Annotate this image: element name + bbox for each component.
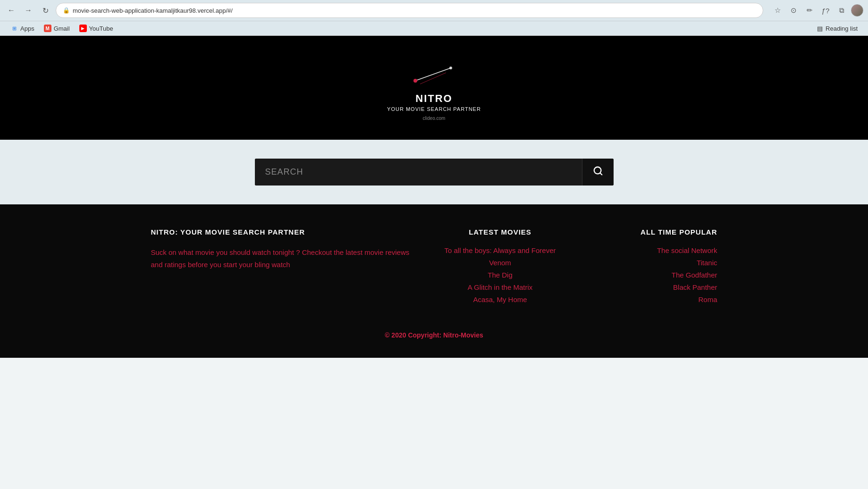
search-button[interactable] [582,159,614,185]
list-item: Roma [585,295,717,304]
popular-movie-link-4[interactable]: Black Panther [673,283,717,291]
footer: NITRO: YOUR MOVIE SEARCH PARTNER Suck on… [0,204,868,358]
list-item: Venom [434,259,566,267]
youtube-icon: ▶ [79,25,87,32]
list-item: Black Panther [585,283,717,292]
popular-movie-link-5[interactable]: Roma [698,295,717,304]
search-section [0,140,868,204]
logo-graphic [406,59,463,88]
footer-latest-list: To all the boys: Always and Forever Veno… [434,246,566,304]
reading-list-button[interactable]: ▤ Reading list [812,24,862,34]
pen-icon[interactable]: ✏ [803,4,816,17]
footer-latest-title: LATEST MOVIES [434,228,566,236]
list-item: A Glitch in the Matrix [434,283,566,292]
browser-toolbar: ← → ↻ 🔒 movie-search-web-application-kam… [0,0,868,21]
list-item: The Dig [434,271,566,279]
latest-movie-link-3[interactable]: The Dig [488,271,513,279]
footer-copyright: © 2020 Copyright: Nitro-Movies [28,331,840,339]
hero-section: NITRO YOUR MOVIE SEARCH PARTNER clideo.c… [0,36,868,140]
app-wrapper: NITRO YOUR MOVIE SEARCH PARTNER clideo.c… [0,36,868,358]
latest-movie-link-5[interactable]: Acasa, My Home [473,295,527,304]
address-text: movie-search-web-application-kamaljitkau… [73,7,756,14]
search-input[interactable] [255,159,582,185]
footer-popular-col: ALL TIME POPULAR The social Network Tita… [585,228,717,308]
svg-line-0 [415,68,451,81]
logo-text-block: NITRO YOUR MOVIE SEARCH PARTNER [387,93,481,112]
forward-button[interactable]: → [22,4,35,17]
footer-description: Suck on what movie you should watch toni… [151,246,415,270]
svg-point-2 [449,67,452,69]
popular-movie-link-2[interactable]: Titanic [697,259,717,267]
screenshot-icon[interactable]: ⊙ [787,4,800,17]
footer-grid: NITRO: YOUR MOVIE SEARCH PARTNER Suck on… [151,228,717,308]
gmail-icon: M [44,25,51,32]
latest-movie-link-2[interactable]: Venom [489,259,511,267]
svg-point-1 [413,79,417,83]
clidea-credit: clideo.com [423,116,446,121]
search-icon [593,166,603,178]
reading-list-icon: ▤ [817,25,823,32]
bookmarks-bar: ⊞ Apps M Gmail ▶ YouTube ▤ Reading list [0,21,868,35]
svg-line-5 [600,173,602,175]
footer-popular-title: ALL TIME POPULAR [585,228,717,236]
list-item: To all the boys: Always and Forever [434,246,566,255]
star-icon[interactable]: ☆ [771,4,784,17]
list-item: Acasa, My Home [434,295,566,304]
apps-icon: ⊞ [10,25,18,32]
footer-latest-col: LATEST MOVIES To all the boys: Always an… [434,228,566,308]
address-bar[interactable]: 🔒 movie-search-web-application-kamaljitk… [56,3,763,18]
profile-avatar[interactable] [851,4,863,17]
footer-brand-col: NITRO: YOUR MOVIE SEARCH PARTNER Suck on… [151,228,415,308]
extensions-icon[interactable]: ⧉ [835,4,848,17]
popular-movie-link-3[interactable]: The Godfather [672,271,717,279]
toolbar-icons: ☆ ⊙ ✏ ƒ? ⧉ [771,4,863,17]
latest-movie-link-1[interactable]: To all the boys: Always and Forever [445,246,556,254]
question-icon[interactable]: ƒ? [819,4,832,17]
list-item: Titanic [585,259,717,267]
bookmark-youtube[interactable]: ▶ YouTube [75,23,118,34]
footer-brand-title: NITRO: YOUR MOVIE SEARCH PARTNER [151,228,415,236]
bookmark-gmail[interactable]: M Gmail [39,23,75,34]
popular-movie-link-1[interactable]: The social Network [657,246,717,254]
logo-title: NITRO [387,93,481,105]
search-bar [255,159,614,185]
list-item: The Godfather [585,271,717,279]
lock-icon: 🔒 [63,7,70,14]
list-item: The social Network [585,246,717,255]
footer-popular-list: The social Network Titanic The Godfather… [585,246,717,304]
browser-chrome: ← → ↻ 🔒 movie-search-web-application-kam… [0,0,868,36]
latest-movie-link-4[interactable]: A Glitch in the Matrix [468,283,533,291]
bookmark-apps[interactable]: ⊞ Apps [6,23,39,34]
reload-button[interactable]: ↻ [39,4,52,17]
logo-subtitle: YOUR MOVIE SEARCH PARTNER [387,106,481,112]
back-button[interactable]: ← [5,4,18,17]
copyright-brand: Nitro-Movies [443,331,483,339]
